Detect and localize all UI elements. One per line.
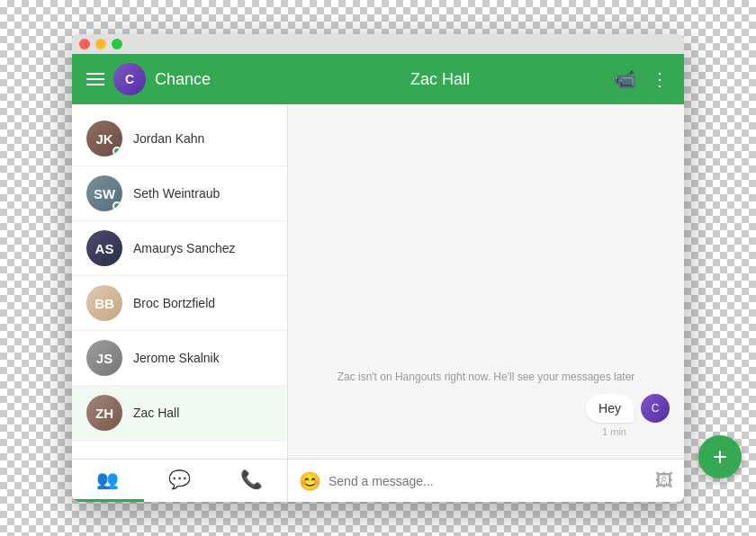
user-name-label: Chance [155,70,211,89]
contact-avatar-seth-weintraub: SW [86,175,122,211]
contact-name: Jerome Skalnik [133,351,220,365]
titlebar [72,34,684,54]
contact-name: Amaurys Sanchez [133,241,236,255]
contact-name: Broc Bortzfield [133,296,215,310]
toolbar: C Chance Zac Hall 📹 ⋮ [72,54,684,104]
menu-button[interactable] [86,73,104,85]
chat-title: Zac Hall [410,70,470,89]
chat-input-bar: 😊 🖼 [288,459,684,502]
message-time: 1 min [302,426,626,437]
app-window: C Chance Zac Hall 📹 ⋮ JK Jordan Kahn SW … [72,34,684,502]
contact-item-broc-bortzfield[interactable]: BB Broc Bortzfield [72,276,287,331]
contacts-list: JK Jordan Kahn SW Seth Weintraub AS Amau… [72,104,287,459]
contact-item-jerome-skalnik[interactable]: JS Jerome Skalnik [72,331,287,386]
tab-chat[interactable]: 💬 [144,460,216,502]
minimize-button[interactable] [95,39,106,49]
more-options-icon[interactable]: ⋮ [651,68,670,90]
chat-area: Zac isn't on Hangouts right now. He'll s… [288,104,684,502]
system-message: Zac isn't on Hangouts right now. He'll s… [302,371,670,383]
contact-avatar-amaurys-sanchez: AS [86,230,122,266]
contact-avatar-broc-bortzfield: BB [86,285,122,321]
tab-phone[interactable]: 📞 [215,460,287,502]
contact-name: Jordan Kahn [133,131,204,146]
contact-name: Zac Hall [133,406,179,420]
message-input[interactable] [328,474,648,488]
message-bubble: Hey [586,394,634,423]
contact-name: Seth Weintraub [133,186,220,201]
app-body: JK Jordan Kahn SW Seth Weintraub AS Amau… [72,104,684,502]
avatar[interactable]: C [113,63,146,95]
close-button[interactable] [79,39,90,49]
contact-item-amaurys-sanchez[interactable]: AS Amaurys Sanchez [72,221,287,276]
contact-avatar-jerome-skalnik: JS [86,340,122,376]
sidebar-tabs: 👥💬📞 [72,459,287,502]
contact-avatar-jordan-kahn: JK [86,121,122,156]
maximize-button[interactable] [112,39,122,49]
message-row: Hey C [302,394,670,423]
contact-item-seth-weintraub[interactable]: SW Seth Weintraub [72,166,287,221]
message-avatar: C [641,394,670,423]
online-indicator [112,201,122,210]
online-indicator [112,147,122,156]
tab-contacts[interactable]: 👥 [72,460,144,502]
sidebar: JK Jordan Kahn SW Seth Weintraub AS Amau… [72,104,288,502]
contact-avatar-zac-hall: ZH [86,395,122,431]
contact-item-zac-hall[interactable]: ZH Zac Hall [72,386,287,441]
chat-messages: Zac isn't on Hangouts right now. He'll s… [288,104,684,459]
emoji-picker-icon[interactable]: 😊 [299,470,321,492]
contact-item-jordan-kahn[interactable]: JK Jordan Kahn [72,112,287,166]
image-attach-icon[interactable]: 🖼 [655,470,673,491]
video-call-icon[interactable]: 📹 [614,68,636,90]
